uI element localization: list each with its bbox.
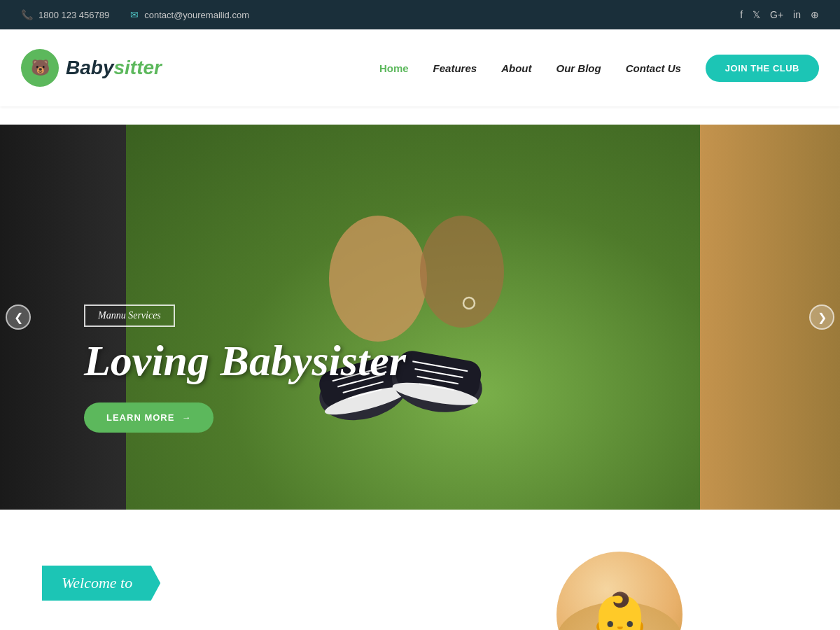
- main-nav: Home Features About Our Blog Contact Us …: [379, 55, 819, 82]
- welcome-section: Welcome to: [42, 552, 399, 630]
- welcome-label: Welcome to: [62, 574, 132, 592]
- baby-avatar: [556, 552, 682, 630]
- welcome-badge: Welcome to: [42, 566, 160, 601]
- chevron-left-icon: ❮: [14, 311, 23, 324]
- phone-number: 1800 123 456789: [38, 10, 109, 20]
- below-hero-section: Welcome to: [0, 510, 840, 630]
- top-bar: 📞 1800 123 456789 ✉ contact@youremailid.…: [0, 0, 840, 29]
- chevron-right-icon: ❯: [818, 311, 827, 324]
- logo-baby: Baby: [66, 57, 113, 78]
- facebook-icon[interactable]: f: [740, 9, 743, 20]
- svg-point-1: [420, 216, 504, 328]
- email-address: contact@youremailid.com: [144, 10, 249, 20]
- logo[interactable]: 🐻 Babysitter: [21, 49, 162, 87]
- nav-blog[interactable]: Our Blog: [556, 62, 601, 74]
- nav-about[interactable]: About: [501, 62, 531, 74]
- scallop-divider: [0, 105, 840, 125]
- twitter-icon[interactable]: 𝕏: [752, 9, 760, 20]
- logo-bear-icon: 🐻: [31, 59, 50, 77]
- phone-contact: 📞 1800 123 456789: [21, 9, 109, 20]
- nav-contact[interactable]: Contact Us: [626, 62, 681, 74]
- hero-content: Mannu Services Loving Babysister LEARN M…: [84, 304, 406, 433]
- hero-title: Loving Babysister: [84, 337, 406, 384]
- social-links: f 𝕏 G+ in ⊕: [740, 9, 819, 20]
- learn-more-button[interactable]: LEARN MORE →: [84, 402, 214, 433]
- email-contact: ✉ contact@youremailid.com: [130, 9, 249, 20]
- slider-next-button[interactable]: ❯: [809, 304, 834, 330]
- hero-badge: Mannu Services: [84, 304, 175, 327]
- linkedin-icon[interactable]: in: [793, 9, 801, 20]
- rss-icon[interactable]: ⊕: [811, 9, 819, 20]
- baby-image-section: [441, 552, 798, 630]
- googleplus-icon[interactable]: G+: [770, 9, 783, 20]
- top-bar-contacts: 📞 1800 123 456789 ✉ contact@youremailid.…: [21, 9, 249, 20]
- logo-sitter: sitter: [113, 57, 161, 78]
- phone-icon: 📞: [21, 9, 33, 20]
- hero-section: Mannu Services Loving Babysister LEARN M…: [0, 125, 840, 510]
- email-icon: ✉: [130, 9, 139, 20]
- logo-icon: 🐻: [21, 49, 59, 87]
- join-club-button[interactable]: JOIN THE CLUB: [706, 55, 819, 82]
- slider-prev-button[interactable]: ❮: [6, 304, 31, 330]
- nav-home[interactable]: Home: [379, 62, 409, 74]
- arrow-right-icon: →: [181, 412, 191, 423]
- header: 🐻 Babysitter Home Features About Our Blo…: [0, 29, 840, 106]
- logo-text: Babysitter: [66, 57, 162, 79]
- nav-features[interactable]: Features: [433, 62, 477, 74]
